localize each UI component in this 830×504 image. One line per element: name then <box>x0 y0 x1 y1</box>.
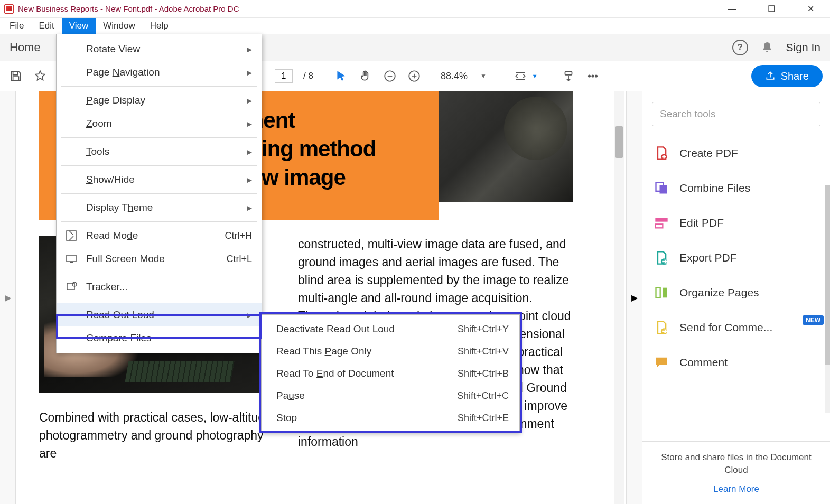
menu-show-hide[interactable]: Show/Hide▶ <box>57 168 262 191</box>
share-label: Share <box>781 70 809 82</box>
cloud-footer: Store and share files in the Document Cl… <box>642 441 830 504</box>
menu-page-display[interactable]: Page Display▶ <box>57 89 262 112</box>
view-menu-dropdown: Rotate View▶ Page Navigation▶ Page Displ… <box>56 34 262 353</box>
tool-edit-pdf[interactable]: Edit PDF <box>642 206 830 240</box>
svg-rect-17 <box>70 262 73 263</box>
share-button[interactable]: Share <box>751 65 823 87</box>
doc-banner-line: eling method <box>244 135 429 163</box>
tracker-icon <box>65 281 78 293</box>
menu-full-screen[interactable]: Full Screen ModeCtrl+L <box>57 247 262 270</box>
send-comments-icon <box>654 320 669 335</box>
tool-combine-files[interactable]: Combine Files <box>642 171 830 206</box>
menu-compare-files[interactable]: Compare Files <box>57 326 262 350</box>
home-tab[interactable]: Home <box>10 41 41 54</box>
svg-rect-8 <box>660 185 667 193</box>
maximize-button[interactable]: ☐ <box>759 0 784 18</box>
search-tools-input[interactable]: Search tools <box>652 102 820 126</box>
read-mode-icon <box>65 229 78 242</box>
tool-label: Export PDF <box>679 251 737 264</box>
comment-icon <box>654 355 669 370</box>
doc-decoration <box>39 91 50 220</box>
scroll-mode-icon[interactable] <box>560 68 577 85</box>
menu-edit[interactable]: Edit <box>31 18 61 34</box>
zoom-out-icon[interactable] <box>381 68 398 85</box>
menu-display-theme[interactable]: Display Theme▶ <box>57 196 262 219</box>
submenu-pause[interactable]: PauseShift+Ctrl+C <box>262 385 519 407</box>
close-button[interactable]: ✕ <box>798 0 823 18</box>
menu-window[interactable]: Window <box>96 18 142 34</box>
submenu-read-this-page[interactable]: Read This Page OnlyShift+Ctrl+V <box>262 340 519 362</box>
menu-tools[interactable]: Tools▶ <box>57 140 262 163</box>
tool-label: Send for Comme... <box>679 321 772 334</box>
svg-rect-13 <box>663 288 667 298</box>
menu-rotate-view[interactable]: Rotate View▶ <box>57 38 262 61</box>
fit-width-icon[interactable] <box>512 68 529 85</box>
page-total-label: / 8 <box>303 71 313 81</box>
submenu-deactivate[interactable]: Deactivate Read Out LoudShift+Ctrl+Y <box>262 318 519 340</box>
tool-label: Combine Files <box>679 182 750 194</box>
svg-rect-16 <box>67 255 76 262</box>
fit-width-caret[interactable]: ▼ <box>532 73 538 79</box>
svg-point-3 <box>589 75 590 77</box>
export-pdf-icon <box>654 250 669 265</box>
menu-tracker[interactable]: Tracker... <box>57 275 262 298</box>
tools-panel: Search tools Create PDF Combine Files Ed… <box>642 91 830 504</box>
svg-rect-12 <box>656 288 660 298</box>
menu-zoom[interactable]: Zoom▶ <box>57 112 262 135</box>
left-panel-toggle[interactable]: ▶ <box>0 91 16 504</box>
svg-rect-15 <box>67 231 76 240</box>
sign-in-link[interactable]: Sign In <box>786 41 820 54</box>
organize-pages-icon <box>654 285 669 300</box>
tool-label: Edit PDF <box>679 217 724 229</box>
doc-banner-line: ment <box>244 106 429 135</box>
zoom-level[interactable]: 88.4% <box>441 71 468 82</box>
svg-rect-10 <box>655 224 663 228</box>
doc-paragraph: Combined with practical cases, low-altit… <box>39 408 272 462</box>
tool-comment[interactable]: Comment <box>642 345 830 380</box>
save-icon[interactable] <box>7 68 24 85</box>
menu-read-out-loud[interactable]: Read Out Loud▶ <box>57 303 262 326</box>
divider <box>323 68 323 85</box>
doc-image-aerial <box>439 91 573 202</box>
hand-tool-icon[interactable] <box>357 68 374 85</box>
svg-point-5 <box>595 75 597 77</box>
submenu-read-to-end[interactable]: Read To End of DocumentShift+Ctrl+B <box>262 362 519 385</box>
document-scrollbar[interactable] <box>614 91 624 504</box>
window-title: New Business Reports - New Font.pdf - Ad… <box>18 4 720 13</box>
tool-export-pdf[interactable]: Export PDF <box>642 240 830 275</box>
cloud-message: Store and share files in the Document Cl… <box>653 451 819 477</box>
tool-label: Organize Pages <box>679 286 759 299</box>
search-placeholder: Search tools <box>660 108 716 120</box>
more-tools-icon[interactable] <box>584 68 601 85</box>
scrollbar-thumb[interactable] <box>615 126 623 158</box>
menu-file[interactable]: File <box>2 18 31 34</box>
tool-create-pdf[interactable]: Create PDF <box>642 136 830 171</box>
help-icon[interactable]: ? <box>732 40 748 55</box>
zoom-dropdown-caret[interactable]: ▼ <box>480 72 487 80</box>
menu-view[interactable]: View <box>62 18 96 34</box>
doc-banner-line: iew image <box>244 163 429 192</box>
fullscreen-icon <box>65 253 78 265</box>
menu-read-mode[interactable]: Read ModeCtrl+H <box>57 224 262 247</box>
learn-more-link[interactable]: Learn More <box>713 484 759 494</box>
tools-scrollbar-thumb[interactable] <box>825 185 830 365</box>
tool-send-for-comments[interactable]: Send for Comme... NEW <box>642 310 830 345</box>
tool-label: Create PDF <box>679 147 738 160</box>
menu-page-navigation[interactable]: Page Navigation▶ <box>57 61 262 84</box>
tool-label: Comment <box>679 356 728 369</box>
notifications-icon[interactable] <box>761 41 773 54</box>
right-panel-toggle[interactable]: ▶ <box>626 91 642 504</box>
zoom-in-icon[interactable] <box>406 68 423 85</box>
tool-organize-pages[interactable]: Organize Pages <box>642 275 830 310</box>
minimize-button[interactable]: — <box>720 0 744 18</box>
selection-arrow-icon[interactable] <box>333 68 350 85</box>
page-number-input[interactable] <box>275 69 293 83</box>
combine-files-icon <box>654 181 669 195</box>
star-icon[interactable] <box>32 68 49 85</box>
edit-pdf-icon <box>654 216 669 230</box>
svg-rect-2 <box>565 71 572 75</box>
submenu-stop[interactable]: StopShift+Ctrl+E <box>262 407 519 429</box>
read-out-loud-submenu: Deactivate Read Out LoudShift+Ctrl+Y Rea… <box>261 314 520 433</box>
create-pdf-icon <box>654 146 669 161</box>
menu-help[interactable]: Help <box>143 18 176 34</box>
